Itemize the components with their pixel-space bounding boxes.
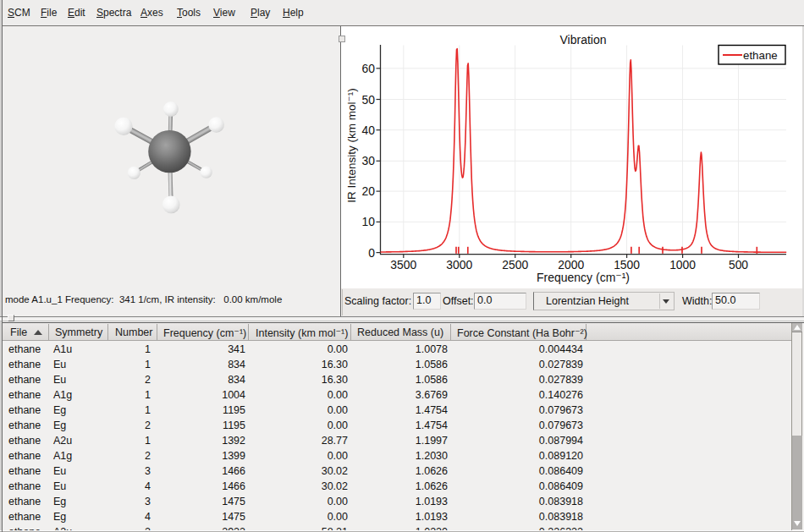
svg-text:60: 60 xyxy=(362,62,376,75)
svg-text:10: 10 xyxy=(362,215,376,228)
svg-text:20: 20 xyxy=(362,184,376,198)
svg-text:Vibration: Vibration xyxy=(559,33,606,47)
svg-text:3000: 3000 xyxy=(446,258,472,271)
svg-text:3500: 3500 xyxy=(390,258,416,271)
svg-text:0: 0 xyxy=(368,246,375,260)
svg-text:40: 40 xyxy=(362,123,376,137)
svg-text:ethane: ethane xyxy=(743,49,778,62)
svg-text:30: 30 xyxy=(362,154,376,167)
svg-text:50: 50 xyxy=(362,93,376,107)
svg-text:500: 500 xyxy=(729,258,748,271)
svg-text:IR Intensity (km mol⁻¹): IR Intensity (km mol⁻¹) xyxy=(345,88,358,202)
svg-text:1500: 1500 xyxy=(614,258,640,271)
svg-text:1000: 1000 xyxy=(669,258,696,271)
svg-text:Frequency (cm⁻¹): Frequency (cm⁻¹) xyxy=(537,271,630,284)
svg-text:2000: 2000 xyxy=(558,258,584,271)
svg-text:2500: 2500 xyxy=(502,258,528,271)
